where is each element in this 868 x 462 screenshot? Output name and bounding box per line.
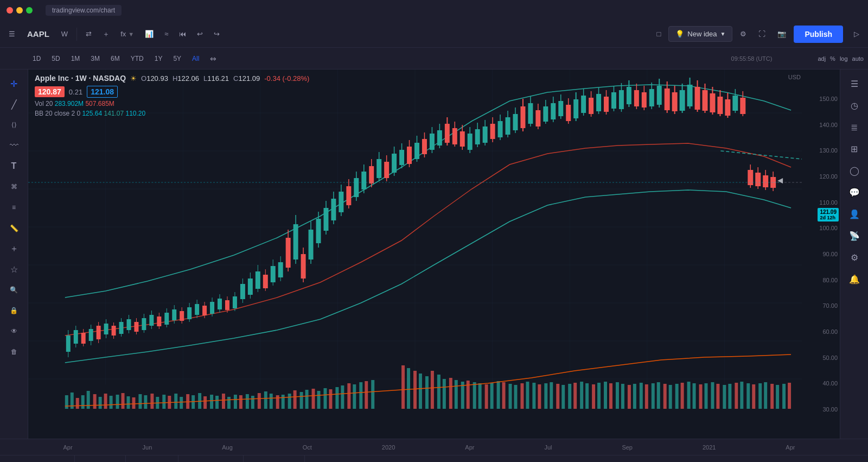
time-2020: 2020 [382,444,395,451]
maximize-window-btn[interactable] [26,7,33,14]
period-1m[interactable]: 1M [67,53,85,65]
compare-range-button[interactable]: ⇔ [206,51,221,66]
sidebar-toggle-right[interactable]: ▷ [850,27,864,41]
trash-tool[interactable]: 🗑 [4,342,24,362]
svg-rect-96 [550,382,553,409]
settings-side-button[interactable]: ⚙ [845,248,864,267]
svg-rect-102 [585,383,589,409]
price-level-90: 90.00 [804,251,838,257]
period-5d[interactable]: 5D [47,53,64,65]
tab-pine-editor[interactable]: Pine Editor [126,455,178,462]
time-apr-2020: Apr [465,444,474,451]
svg-rect-107 [616,382,619,409]
new-idea-button[interactable]: 💡 New idea ▼ [668,26,732,42]
data-window-button[interactable]: ≣ [845,117,864,137]
minimize-window-btn[interactable] [16,7,23,14]
svg-rect-64 [335,387,339,409]
svg-rect-121 [699,384,703,409]
indicators-button[interactable]: fx ▼ [116,27,138,41]
fullscreen-button[interactable]: ⛶ [754,27,770,41]
left-toolbar: ✛ ╱ ⟨⟩ 〰 T ⌘ ≡ 📏 ＋ ☆ 🔍 🔒 👁 🗑 [0,69,28,439]
tab-text-notes[interactable]: Text Notes [75,455,126,462]
ruler-tool[interactable]: 📏 [4,218,24,238]
hotkeys-button[interactable]: ⊞ [845,139,864,159]
period-ytd[interactable]: YTD [126,53,148,65]
svg-rect-77 [437,375,441,409]
shapes-tool[interactable]: ⟨⟩ [4,115,24,135]
svg-rect-26 [110,396,113,409]
settings-button[interactable]: ⚙ [736,27,751,41]
object-tree-button[interactable]: ◯ [845,161,864,180]
add-indicator-button[interactable]: ＋ [98,26,114,42]
time-sep-2020: Sep [622,444,633,451]
clock-button[interactable]: ◷ [845,96,864,115]
period-1y[interactable]: 1Y [150,53,167,65]
chart-type-button[interactable]: ≈ [160,27,173,41]
line-tool[interactable]: ╱ [4,94,24,114]
adj-toggle[interactable]: adj [818,55,826,62]
svg-rect-31 [138,394,142,409]
symbol-label[interactable]: AAPL [22,26,55,42]
timeframe-button[interactable]: W [57,27,72,41]
svg-rect-132 [764,382,767,409]
publish-button[interactable]: Publish [794,26,843,43]
svg-rect-35 [162,395,165,409]
notifications-button[interactable]: 🔔 [845,269,864,289]
period-5y[interactable]: 5Y [169,53,186,65]
svg-rect-97 [556,384,559,409]
crosshair-tool[interactable]: ✛ [4,74,24,93]
svg-rect-87 [497,381,500,409]
freehand-tool[interactable]: 〰 [4,136,24,155]
tab-strategy-tester[interactable]: Strategy Tester [178,455,244,462]
price-level-100: 100.00 [804,225,838,231]
measure-tool[interactable]: ≡ [4,198,24,217]
patterns-tool[interactable]: ⌘ [4,177,24,197]
svg-rect-85 [485,384,488,409]
svg-rect-134 [776,385,779,409]
watchlist-button[interactable]: ☰ [845,74,864,93]
menu-button[interactable]: ☰ [4,27,20,41]
svg-rect-124 [716,384,719,409]
tab-stock-screener[interactable]: Stock Screener ▼ [0,455,75,462]
svg-rect-106 [609,383,612,409]
period-1d[interactable]: 1D [28,53,45,65]
screenshot-button[interactable]: 📷 [773,27,790,41]
svg-rect-37 [174,394,177,409]
svg-rect-104 [597,383,601,409]
close-window-btn[interactable] [7,7,13,14]
auto-toggle[interactable]: auto [852,55,864,62]
period-6m[interactable]: 6M [106,53,124,65]
svg-rect-57 [293,390,297,409]
chat-button[interactable]: 💬 [845,182,864,202]
price-level-40: 40.00 [804,380,838,387]
time-jun-2019: Jun [143,444,152,451]
price-level-80: 80.00 [804,277,838,283]
chart-container[interactable]: Apple Inc · 1W · NASDAQ ☀ O120.93 H122.0… [28,69,840,439]
svg-rect-120 [693,383,696,409]
redo-button[interactable]: ↪ [209,27,224,41]
url-bar[interactable]: tradingview.com/chart [46,5,122,16]
lock-tool[interactable]: 🔒 [4,301,24,320]
percent-toggle[interactable]: % [830,55,835,62]
period-3m[interactable]: 3M [86,53,104,65]
alerts-button[interactable]: 📡 [845,226,864,245]
collapse-bottom-btn[interactable]: ∧ [828,459,842,462]
eye-tool[interactable]: 👁 [4,321,24,341]
undo-button[interactable]: ↩ [193,27,207,41]
zoom-tool[interactable]: ＋ [4,239,24,258]
bar-style-button[interactable]: 📊 [141,27,158,41]
favorites-tool[interactable]: ☆ [4,260,24,279]
ideas-button[interactable]: 👤 [845,204,864,224]
search-tool[interactable]: 🔍 [4,280,24,300]
svg-rect-90 [514,385,517,409]
star-icon: ☀ [130,74,137,83]
compare-button[interactable]: ⇄ [81,27,96,41]
log-toggle[interactable]: log [840,55,848,62]
tab-trading-panel[interactable]: Trading Panel [244,455,305,462]
expand-bottom-btn[interactable]: ⊡ [846,459,861,462]
text-tool[interactable]: T [4,156,24,176]
alert-button[interactable]: □ [652,27,665,41]
svg-rect-117 [675,384,679,409]
replay-button[interactable]: ⏮ [175,27,190,41]
period-all[interactable]: All [188,53,203,65]
